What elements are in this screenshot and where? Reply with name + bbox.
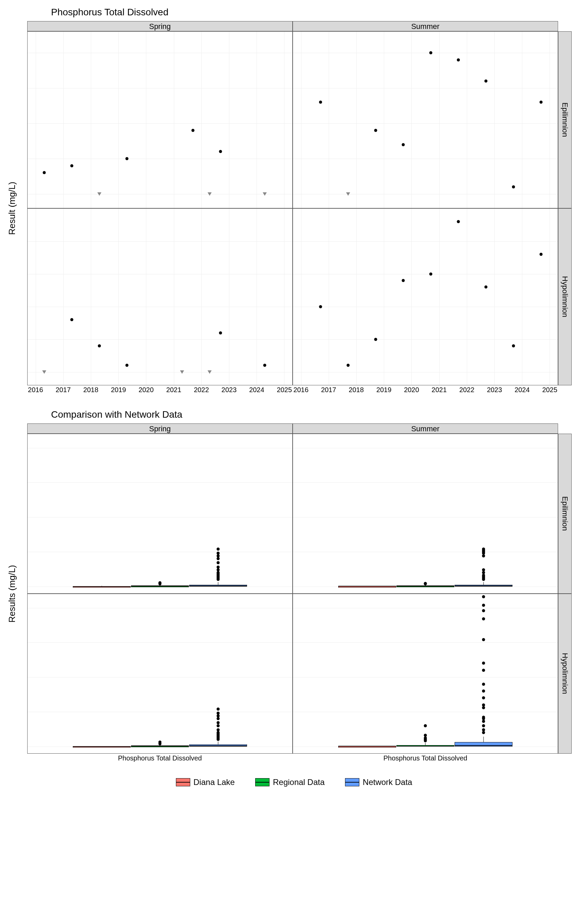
data-point xyxy=(263,192,267,196)
chart-title: Phosphorus Total Dissolved xyxy=(51,7,581,18)
data-point xyxy=(402,279,405,282)
data-point xyxy=(374,338,377,341)
boxplot-regional-data xyxy=(131,434,189,593)
data-point xyxy=(512,344,515,347)
panel-spring-epi: 0.00200.00250.00300.00350.0040 xyxy=(27,31,292,209)
data-point xyxy=(70,164,73,167)
data-point xyxy=(42,370,46,374)
data-point xyxy=(430,272,433,275)
strip-hypo-2: Hypolimnion xyxy=(558,594,572,753)
data-point xyxy=(208,192,212,196)
strip-epi-2: Epilimnion xyxy=(558,434,572,594)
legend-item-regional: Regional Data xyxy=(255,778,325,787)
boxplot-diana-lake xyxy=(338,594,396,753)
data-point xyxy=(540,101,543,104)
y-axis-label-2: Results (mg/L) xyxy=(7,434,27,753)
data-point xyxy=(125,364,128,367)
legend-label: Network Data xyxy=(363,778,412,787)
data-point xyxy=(347,364,350,367)
box-panel-spring-hypo: 0.000.250.500.751.00 xyxy=(27,594,292,753)
boxplot-diana-lake xyxy=(73,434,131,593)
data-point xyxy=(457,58,460,61)
y-axis-label: Result (mg/L) xyxy=(7,31,27,385)
data-point xyxy=(512,185,515,188)
data-point xyxy=(485,80,488,83)
boxplot-diana-lake xyxy=(338,434,396,593)
data-point xyxy=(346,192,350,196)
x-axis-2: Phosphorus Total DissolvedPhosphorus Tot… xyxy=(27,753,558,764)
panel-summer-epi xyxy=(292,31,558,209)
data-point xyxy=(219,331,222,334)
data-point xyxy=(97,192,102,196)
data-point xyxy=(319,305,322,308)
chart-title-2: Comparison with Network Data xyxy=(51,409,581,420)
boxplot-network-data xyxy=(455,434,512,593)
boxplot-network-data xyxy=(189,594,247,753)
boxplot-regional-data xyxy=(396,594,454,753)
strip-spring: Spring xyxy=(27,21,292,31)
legend-label: Regional Data xyxy=(273,778,325,787)
panel-summer-hypo xyxy=(292,209,558,385)
legend-key-icon xyxy=(345,778,359,786)
data-point xyxy=(70,318,73,321)
scatter-facet-chart: Phosphorus Total Dissolved Spring Summer… xyxy=(7,7,581,396)
legend-item-network: Network Data xyxy=(345,778,412,787)
strip-hypo: Hypolimnion xyxy=(558,209,572,385)
data-point xyxy=(208,370,212,374)
data-point xyxy=(374,129,377,132)
data-point xyxy=(402,143,405,146)
data-point xyxy=(42,171,45,174)
legend-item-diana: Diana Lake xyxy=(176,778,235,787)
data-point xyxy=(540,253,543,256)
boxplot-regional-data xyxy=(131,594,189,753)
data-point xyxy=(98,344,101,347)
boxplot-facet-chart: Comparison with Network Data Spring Summ… xyxy=(7,409,581,764)
data-point xyxy=(457,220,460,223)
data-point xyxy=(485,286,488,289)
legend-key-icon xyxy=(176,778,190,786)
strip-epi: Epilimnion xyxy=(558,31,572,209)
data-point xyxy=(319,101,322,104)
data-point xyxy=(430,52,433,55)
legend: Diana Lake Regional Data Network Data xyxy=(7,778,581,787)
box-panel-summer-epi xyxy=(292,434,558,594)
legend-key-icon xyxy=(255,778,270,786)
data-point xyxy=(192,129,195,132)
boxplot-diana-lake xyxy=(73,594,131,753)
boxplot-network-data xyxy=(189,434,247,593)
data-point xyxy=(180,370,184,374)
box-panel-spring-epi: 0.000.250.500.751.00 xyxy=(27,434,292,594)
x-axis: 2016201720182019202020212022202320242025… xyxy=(27,385,558,396)
box-panel-summer-hypo xyxy=(292,594,558,753)
data-point xyxy=(125,157,128,160)
boxplot-network-data xyxy=(455,594,512,753)
boxplot-regional-data xyxy=(396,434,454,593)
strip-summer-2: Summer xyxy=(292,424,558,434)
data-point xyxy=(219,150,222,153)
strip-summer: Summer xyxy=(292,21,558,31)
panel-spring-hypo: 0.00200.00250.00300.00350.0040 xyxy=(27,209,292,385)
legend-label: Diana Lake xyxy=(194,778,235,787)
data-point xyxy=(263,364,266,367)
strip-spring-2: Spring xyxy=(27,424,292,434)
